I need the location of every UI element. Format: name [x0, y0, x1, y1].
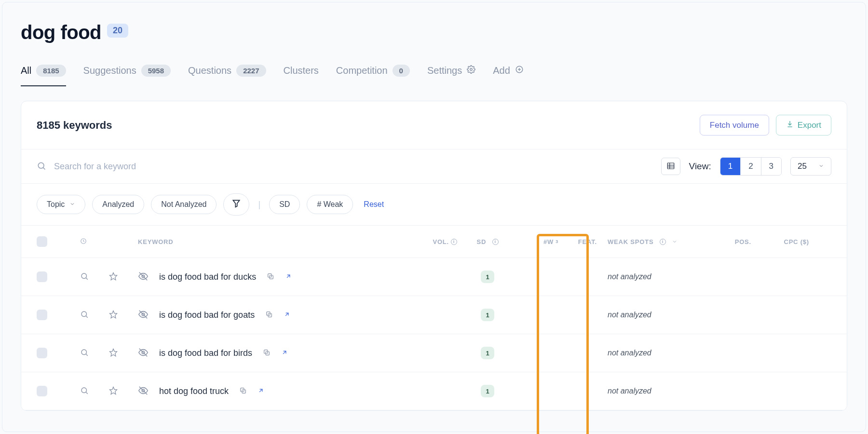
- svg-line-27: [285, 313, 288, 316]
- keyword-text: is dog food bad for birds: [159, 348, 252, 358]
- fetch-volume-button[interactable]: Fetch volume: [700, 115, 769, 136]
- reset-filters-link[interactable]: Reset: [360, 200, 384, 209]
- keywords-panel: 8185 keywords Fetch volume Export: [21, 101, 847, 411]
- filter-weak[interactable]: # Weak: [307, 195, 353, 214]
- table-row: is dog food bad for birds 1 not analyzed: [21, 334, 847, 372]
- title-count-badge: 20: [107, 24, 128, 38]
- svg-point-36: [81, 388, 87, 393]
- eye-off-icon[interactable]: [138, 309, 149, 321]
- col-sd[interactable]: SD i: [461, 238, 514, 245]
- star-icon[interactable]: [109, 386, 118, 396]
- eye-off-icon[interactable]: [138, 271, 149, 283]
- svg-line-19: [287, 275, 290, 278]
- tab-suggestions[interactable]: Suggestions 5958: [83, 65, 171, 86]
- svg-line-13: [86, 278, 87, 279]
- row-checkbox[interactable]: [37, 310, 47, 320]
- filter-not-analyzed[interactable]: Not Analyzed: [151, 195, 217, 214]
- tab-clusters[interactable]: Clusters: [284, 65, 319, 86]
- filter-funnel[interactable]: [223, 193, 249, 216]
- search-icon[interactable]: [80, 386, 89, 396]
- tab-competition[interactable]: Competition 0: [336, 65, 410, 86]
- external-link-icon[interactable]: [285, 273, 292, 281]
- page-size-select[interactable]: 25: [790, 157, 831, 176]
- table-icon: [666, 162, 676, 172]
- external-link-icon[interactable]: [281, 349, 288, 357]
- col-feat[interactable]: FEAT.: [562, 238, 601, 245]
- row-checkbox[interactable]: [37, 271, 47, 282]
- page-selector: 1 2 3: [720, 157, 782, 176]
- page-1-button[interactable]: 1: [720, 158, 740, 175]
- tab-questions-label: Questions: [188, 65, 231, 76]
- svg-line-35: [283, 351, 286, 354]
- row-checkbox[interactable]: [37, 348, 47, 358]
- col-pos[interactable]: POS.: [697, 238, 755, 245]
- col-w-label: #W: [543, 238, 554, 245]
- tab-competition-count: 0: [393, 65, 410, 77]
- tab-add[interactable]: Add: [493, 65, 524, 86]
- clock-icon: [80, 238, 87, 246]
- table-row: is dog food bad for goats 1 not analyzed: [21, 296, 847, 334]
- star-icon[interactable]: [109, 310, 118, 320]
- search-icon[interactable]: [80, 272, 89, 282]
- chevron-down-icon: [818, 162, 824, 171]
- export-button[interactable]: Export: [776, 115, 831, 136]
- filter-sd[interactable]: SD: [269, 195, 300, 214]
- copy-icon[interactable]: [263, 349, 271, 358]
- table-row: hot dog food truck 1 not analyzed: [21, 372, 847, 410]
- info-icon: i: [451, 239, 457, 245]
- keyword-text: is dog food bad for goats: [159, 310, 255, 320]
- sd-value: 1: [481, 385, 494, 397]
- external-link-icon[interactable]: [258, 387, 264, 395]
- tab-settings[interactable]: Settings: [427, 65, 475, 86]
- copy-icon[interactable]: [239, 387, 247, 396]
- copy-icon[interactable]: [265, 311, 273, 320]
- tabs-nav: All 8185 Suggestions 5958 Questions 2227…: [21, 65, 847, 86]
- tab-suggestions-label: Suggestions: [83, 65, 136, 76]
- weak-spots-value: not analyzed: [601, 272, 697, 281]
- table-layout-toggle[interactable]: [661, 158, 680, 175]
- table-row: is dog food bad for ducks 1 not analyzed: [21, 258, 847, 296]
- copy-icon[interactable]: [267, 272, 274, 282]
- search-icon[interactable]: [80, 348, 89, 358]
- eye-off-icon[interactable]: [138, 347, 149, 359]
- panel-title: 8185 keywords: [37, 119, 112, 132]
- svg-point-4: [38, 163, 44, 168]
- svg-line-21: [86, 316, 87, 317]
- tab-questions[interactable]: Questions 2227: [188, 65, 266, 86]
- svg-line-43: [259, 389, 262, 392]
- select-all-checkbox[interactable]: [37, 236, 47, 247]
- tab-all-label: All: [21, 65, 31, 76]
- external-link-icon[interactable]: [284, 311, 290, 319]
- page-2-button[interactable]: 2: [740, 158, 760, 175]
- col-keyword[interactable]: KEYWORD: [138, 238, 393, 245]
- svg-point-28: [81, 350, 87, 355]
- download-icon: [786, 120, 794, 130]
- eye-off-icon[interactable]: [138, 385, 149, 397]
- row-checkbox[interactable]: [37, 386, 47, 396]
- weak-spots-value: not analyzed: [601, 349, 697, 357]
- col-weak-spots[interactable]: WEAK SPOTS i: [601, 238, 697, 245]
- sd-value: 1: [481, 347, 494, 359]
- tab-all[interactable]: All 8185: [21, 65, 66, 86]
- plus-circle-icon: [515, 65, 524, 76]
- search-input[interactable]: [54, 162, 661, 172]
- sd-value: 1: [481, 271, 494, 283]
- filter-separator: |: [256, 200, 262, 210]
- tab-suggestions-count: 5958: [141, 65, 171, 77]
- col-vol[interactable]: VOL.i: [393, 238, 461, 245]
- info-icon: i: [492, 239, 499, 245]
- tab-questions-count: 2227: [236, 65, 266, 77]
- search-icon[interactable]: [80, 310, 89, 320]
- star-icon[interactable]: [109, 348, 118, 358]
- col-weak-spots-label: WEAK SPOTS: [608, 238, 653, 245]
- view-label: View:: [689, 161, 711, 172]
- col-cpc[interactable]: CPC ($): [755, 238, 813, 245]
- tab-competition-label: Competition: [336, 65, 388, 76]
- col-w[interactable]: #W3: [514, 238, 562, 245]
- filter-topic[interactable]: Topic: [37, 195, 85, 214]
- page-3-button[interactable]: 3: [761, 158, 781, 175]
- star-icon[interactable]: [109, 272, 118, 282]
- filter-analyzed[interactable]: Analyzed: [92, 195, 144, 214]
- sd-value: 1: [481, 309, 494, 321]
- fetch-volume-label: Fetch volume: [710, 121, 759, 130]
